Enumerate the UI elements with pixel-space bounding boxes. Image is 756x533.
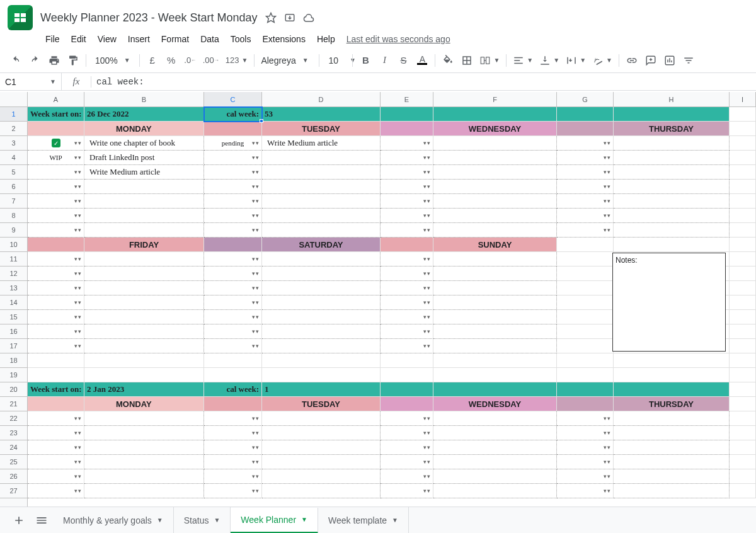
- cell[interactable]: cal week:: [204, 382, 262, 397]
- cell[interactable]: [730, 151, 756, 165]
- row-header-26[interactable]: 26: [0, 469, 27, 484]
- cell[interactable]: ▾: [614, 209, 730, 223]
- dropdown-arrow-icon[interactable]: ▾: [423, 183, 554, 190]
- text-wrap-icon[interactable]: ▼: [563, 52, 588, 69]
- cell[interactable]: ▾: [84, 252, 204, 266]
- cell[interactable]: [730, 180, 756, 194]
- dropdown-arrow-icon[interactable]: ▾: [423, 140, 554, 146]
- cell[interactable]: [557, 324, 614, 339]
- cell[interactable]: [84, 368, 204, 382]
- cell[interactable]: [730, 281, 756, 295]
- dropdown-arrow-icon[interactable]: ▾: [604, 473, 726, 479]
- cell[interactable]: ▾: [262, 324, 381, 339]
- cell[interactable]: [557, 382, 614, 397]
- dropdown-arrow-icon[interactable]: ▾: [604, 415, 726, 421]
- row-header-18[interactable]: 18: [0, 353, 27, 368]
- cell[interactable]: [614, 353, 730, 368]
- dropdown-arrow-icon[interactable]: ▾: [252, 227, 377, 233]
- cell[interactable]: ▾: [84, 194, 204, 209]
- cell[interactable]: [381, 353, 433, 368]
- cell[interactable]: ▾: [262, 165, 381, 180]
- cell[interactable]: [557, 295, 614, 310]
- cell[interactable]: [730, 194, 756, 209]
- currency-button[interactable]: £: [144, 52, 161, 69]
- cell[interactable]: THURSDAY: [614, 122, 730, 136]
- cell[interactable]: [730, 426, 756, 440]
- row-header-17[interactable]: 17: [0, 339, 27, 353]
- cell[interactable]: ▾: [262, 469, 381, 484]
- row-header-9[interactable]: 9: [0, 223, 27, 238]
- col-header-D[interactable]: D: [262, 92, 381, 106]
- cell[interactable]: ▾: [84, 324, 204, 339]
- cell[interactable]: [204, 238, 262, 252]
- sheet-tab-goals[interactable]: Monthly & yearly goals▼: [53, 507, 174, 533]
- cell[interactable]: [730, 411, 756, 426]
- cell[interactable]: ▾: [433, 136, 557, 151]
- cell[interactable]: ▾: [433, 339, 557, 353]
- cell[interactable]: ▾: [262, 295, 381, 310]
- cell[interactable]: ▾: [262, 252, 381, 266]
- cells-area[interactable]: Week start on: 26 Dec 2022 cal week: 53 …: [28, 107, 756, 507]
- cell[interactable]: [730, 122, 756, 136]
- row-header-2[interactable]: 2: [0, 122, 27, 136]
- cell[interactable]: WEDNESDAY: [433, 122, 557, 136]
- cell[interactable]: ▾: [433, 180, 557, 194]
- menu-view[interactable]: View: [93, 32, 122, 47]
- name-box[interactable]: C1▼: [0, 73, 62, 90]
- cell[interactable]: ▾: [614, 411, 730, 426]
- cell[interactable]: ▾: [84, 469, 204, 484]
- increase-decimal-icon[interactable]: .00→: [200, 52, 222, 69]
- row-header-8[interactable]: 8: [0, 209, 27, 223]
- cell[interactable]: [614, 238, 730, 252]
- dropdown-arrow-icon[interactable]: ▾: [252, 154, 377, 161]
- cell[interactable]: [262, 368, 381, 382]
- menu-edit[interactable]: Edit: [66, 32, 91, 47]
- cell[interactable]: ▾: [614, 469, 730, 484]
- row-header-19[interactable]: 19: [0, 368, 27, 382]
- cell[interactable]: ▾: [614, 455, 730, 469]
- col-header-I[interactable]: I: [730, 92, 756, 106]
- cell[interactable]: ▾: [84, 484, 204, 498]
- dropdown-arrow-icon[interactable]: ▾: [252, 459, 377, 465]
- dropdown-arrow-icon[interactable]: ▾: [252, 212, 377, 219]
- cell[interactable]: ▾Write one chapter of book: [84, 136, 204, 151]
- cell[interactable]: ▾: [262, 339, 381, 353]
- cell[interactable]: ▾: [614, 440, 730, 455]
- cell[interactable]: [557, 339, 614, 353]
- cell[interactable]: ▾: [433, 209, 557, 223]
- cell[interactable]: ▾: [433, 324, 557, 339]
- cell[interactable]: [614, 368, 730, 382]
- cell[interactable]: [730, 382, 756, 397]
- cell[interactable]: ▾: [84, 310, 204, 324]
- cell[interactable]: [381, 382, 433, 397]
- cell[interactable]: 53: [262, 107, 381, 122]
- dropdown-arrow-icon[interactable]: ▾: [423, 444, 554, 450]
- dropdown-arrow-icon[interactable]: ▾: [252, 198, 377, 204]
- vertical-align-icon[interactable]: ▼: [537, 52, 562, 69]
- dropdown-arrow-icon[interactable]: ▾: [252, 256, 377, 262]
- number-format-dropdown[interactable]: 123▼: [223, 52, 251, 69]
- dropdown-arrow-icon[interactable]: ▾: [252, 328, 377, 335]
- active-cell[interactable]: cal week:: [204, 107, 262, 122]
- cell[interactable]: ▾: [262, 281, 381, 295]
- row-header-6[interactable]: 6: [0, 180, 27, 194]
- cell[interactable]: MONDAY: [84, 397, 204, 411]
- cell[interactable]: [28, 122, 84, 136]
- cell[interactable]: [28, 397, 84, 411]
- cell[interactable]: FRIDAY: [84, 238, 204, 252]
- menu-extensions[interactable]: Extensions: [257, 32, 310, 47]
- row-header-3[interactable]: 3: [0, 136, 27, 151]
- dropdown-arrow-icon[interactable]: ▾: [604, 430, 726, 436]
- dropdown-arrow-icon[interactable]: ▾: [252, 270, 377, 277]
- cell[interactable]: 2 Jan 2023: [84, 382, 204, 397]
- dropdown-arrow-icon[interactable]: ▾: [423, 415, 554, 421]
- cell[interactable]: [730, 324, 756, 339]
- dropdown-arrow-icon[interactable]: ▾: [423, 212, 554, 219]
- cell[interactable]: ▾Write Medium article: [84, 165, 204, 180]
- bold-button[interactable]: B: [357, 52, 374, 69]
- cell[interactable]: ▾: [433, 165, 557, 180]
- dropdown-arrow-icon[interactable]: ▾: [252, 183, 377, 190]
- dropdown-arrow-icon[interactable]: ▾: [74, 227, 201, 233]
- cell[interactable]: ▾: [614, 165, 730, 180]
- text-color-button[interactable]: A: [413, 52, 431, 69]
